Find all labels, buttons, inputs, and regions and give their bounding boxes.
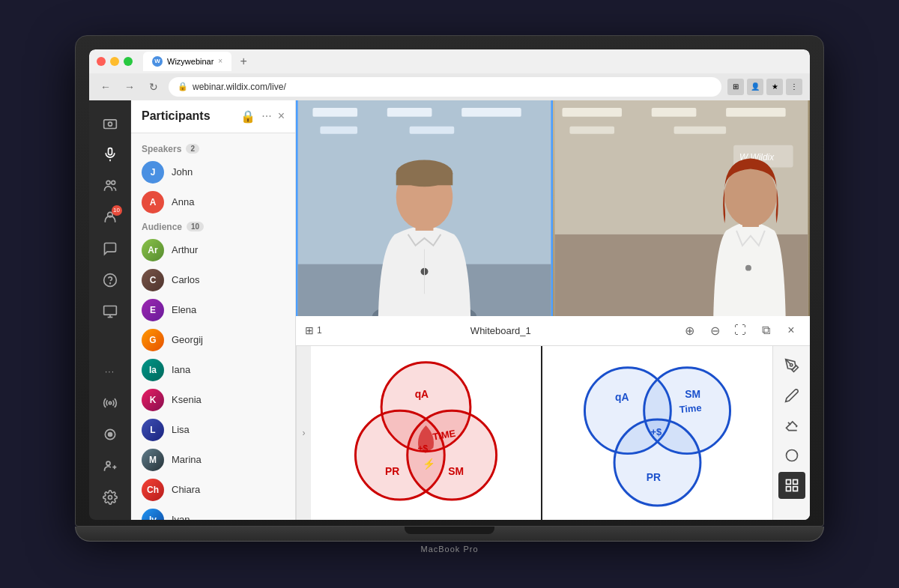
expand-button[interactable]: ⛶ <box>730 321 750 340</box>
svg-rect-0 <box>103 119 116 128</box>
sidebar-participants-icon[interactable] <box>97 172 124 199</box>
audience-count: 10 <box>187 222 204 231</box>
grid-tool-button[interactable] <box>778 472 805 499</box>
menu-button[interactable]: ⋮ <box>786 79 802 95</box>
avatar-chiara: Ch <box>142 479 164 501</box>
svg-rect-67 <box>793 486 797 491</box>
speakers-label: Speakers <box>142 144 181 154</box>
active-tab[interactable]: W Wizywebinar × <box>143 52 231 71</box>
address-bar[interactable]: 🔒 webinar.wildix.com/live/ <box>169 77 721 97</box>
sidebar-screen-share-icon[interactable] <box>97 298 124 325</box>
whiteboard-tools <box>772 346 810 520</box>
svg-rect-65 <box>793 479 797 484</box>
page-number: ⊞ 1 <box>305 324 322 336</box>
audience-chiara[interactable]: Ch Chiara <box>131 475 295 505</box>
close-whiteboard-button[interactable]: × <box>781 321 801 340</box>
audience-elena[interactable]: E Elena <box>131 295 295 325</box>
profile-button[interactable]: 👤 <box>747 79 763 95</box>
page-icon: ⊞ <box>305 324 314 336</box>
svg-text:PR: PR <box>385 465 399 477</box>
svg-point-62 <box>790 363 792 366</box>
video-area: W Wildix <box>296 100 810 520</box>
svg-text:Time: Time <box>679 401 702 415</box>
audience-elena-name: Elena <box>172 304 196 315</box>
svg-text:+$: +$ <box>651 426 662 437</box>
browser-chrome: W Wizywebinar × + <box>89 49 810 73</box>
macbook-label: MacBook Pro <box>75 545 824 554</box>
sidebar-icons: 10 <box>89 100 131 520</box>
sidebar-microphone-icon[interactable] <box>97 141 124 168</box>
tab-favicon: W <box>152 56 163 67</box>
svg-rect-9 <box>103 306 116 315</box>
svg-point-4 <box>106 181 110 184</box>
zoom-out-button[interactable]: ⊖ <box>705 321 724 340</box>
minimize-window-button[interactable] <box>110 57 119 66</box>
close-window-button[interactable] <box>97 57 106 66</box>
speaker-john[interactable]: J John <box>131 157 295 187</box>
audience-marina[interactable]: M Marina <box>131 445 295 475</box>
audience-lisa[interactable]: L Lisa <box>131 415 295 445</box>
pen-tool-button[interactable] <box>778 352 805 379</box>
speaker-anna[interactable]: A Anna <box>131 187 295 217</box>
svg-point-8 <box>109 282 110 283</box>
speaker-anna-name: Anna <box>172 196 194 207</box>
sidebar-more-icon[interactable]: ··· <box>97 358 124 385</box>
sidebar-camera-icon[interactable] <box>97 109 124 136</box>
svg-text:qA: qA <box>615 391 629 403</box>
new-tab-button[interactable]: + <box>234 52 252 70</box>
svg-rect-66 <box>786 486 790 491</box>
eraser-tool-button[interactable] <box>778 412 805 439</box>
sidebar-broadcast-icon[interactable] <box>97 390 124 416</box>
sidebar-help-icon[interactable] <box>97 267 124 294</box>
close-panel-button[interactable]: × <box>278 109 285 123</box>
audience-label: Audience <box>142 222 182 232</box>
svg-point-1 <box>108 122 112 126</box>
wb-expand-sidebar-button[interactable]: › <box>296 346 311 520</box>
audience-iana[interactable]: Ia Iana <box>131 355 295 385</box>
wb-left-drawing[interactable]: TIME +$ ⚡ qA PR <box>311 346 541 520</box>
forward-button[interactable]: → <box>121 78 139 96</box>
wb-right-drawing[interactable]: SM Time qA +$ PR <box>542 346 772 520</box>
copy-button[interactable]: ⧉ <box>756 321 775 340</box>
marker-tool-button[interactable] <box>778 382 805 409</box>
video-tile-female: W Wildix <box>553 100 810 316</box>
shape-tool-button[interactable] <box>778 442 805 469</box>
refresh-button[interactable]: ↻ <box>145 78 163 96</box>
audience-arthur[interactable]: Ar Arthur <box>131 235 295 265</box>
lock-button[interactable]: 🔒 <box>240 109 255 124</box>
audience-ivan-name: Ivan <box>172 514 190 520</box>
svg-rect-64 <box>786 479 790 484</box>
svg-point-44 <box>745 264 751 270</box>
zoom-in-button[interactable]: ⊕ <box>679 321 699 340</box>
sidebar-add-participant-icon[interactable] <box>97 452 124 479</box>
bookmark-button[interactable]: ★ <box>766 79 783 95</box>
tab-label: Wizywebinar <box>167 57 214 66</box>
laptop-base <box>75 527 824 542</box>
svg-rect-23 <box>320 126 357 133</box>
sidebar-record-icon[interactable] <box>97 421 124 448</box>
avatar-marina: M <box>142 449 164 471</box>
audience-arthur-name: Arthur <box>172 244 198 255</box>
sidebar-settings-icon[interactable] <box>97 484 124 511</box>
sidebar-audience-icon[interactable]: 10 <box>97 204 124 231</box>
avatar-ksenia: K <box>142 389 164 411</box>
back-button[interactable]: ← <box>97 78 115 96</box>
audience-ivan[interactable]: Iv Ivan <box>131 505 295 520</box>
audience-georgij[interactable]: G Georgij <box>131 325 295 355</box>
svg-point-5 <box>111 181 115 184</box>
avatar-anna: A <box>142 191 164 213</box>
audience-marina-name: Marina <box>172 454 202 465</box>
audience-carlos[interactable]: C Carlos <box>131 265 295 295</box>
sidebar-chat-icon[interactable] <box>97 235 124 262</box>
svg-rect-34 <box>562 107 622 116</box>
tab-close-button[interactable]: × <box>218 57 223 65</box>
svg-rect-37 <box>569 126 614 133</box>
whiteboard-content: › <box>296 346 810 520</box>
audience-lisa-name: Lisa <box>172 424 190 435</box>
audience-ksenia[interactable]: K Ksenia <box>131 385 295 415</box>
maximize-window-button[interactable] <box>124 57 133 66</box>
extensions-button[interactable]: ⊞ <box>727 79 744 95</box>
avatar-arthur: Ar <box>142 239 164 261</box>
more-options-button[interactable]: ··· <box>261 109 271 123</box>
svg-point-63 <box>786 449 797 461</box>
